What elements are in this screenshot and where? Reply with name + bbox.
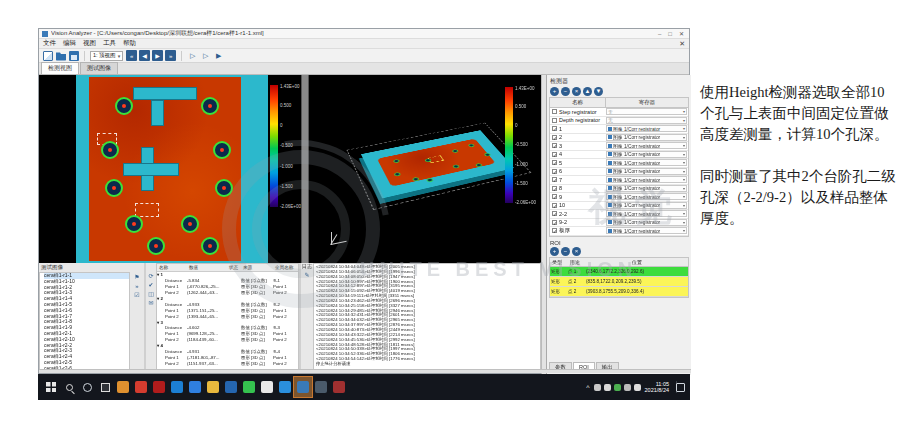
detector-row[interactable]: ✓2-2图像 1/Corr registrator▾ (550, 210, 688, 219)
save-button[interactable] (69, 51, 79, 61)
detector-checkbox[interactable] (552, 118, 557, 123)
registrator-dropdown[interactable]: 图像 1/Corr registrator▾ (606, 210, 687, 217)
tray-green-status-icon[interactable] (614, 384, 621, 391)
detector-checkbox[interactable]: ✓ (552, 160, 557, 165)
app-wechat[interactable] (240, 377, 258, 397)
registrator-dropdown[interactable]: 图像 1/Corr registrator▾ (606, 142, 687, 149)
app-remote-desktop[interactable] (312, 377, 330, 397)
file-toolbar-icon-2[interactable]: ☑ (134, 292, 139, 298)
detector-row[interactable]: ✓6图像 1/Corr registrator▾ (550, 168, 688, 177)
app-qq[interactable] (258, 377, 276, 397)
tab-测试图像[interactable]: 测试图像 (80, 62, 118, 74)
menu-item-编辑[interactable]: 编辑 (63, 39, 76, 48)
roi-row[interactable]: 矩形点 1(2340.6,1772.2,326.0,292.6) (550, 267, 688, 277)
app-pdf-reader[interactable] (150, 377, 168, 397)
registrator-dropdown[interactable]: 图像 1/Corr registrator▾ (606, 176, 687, 183)
app-mail[interactable] (186, 377, 204, 397)
app-browser-blue[interactable] (276, 377, 294, 397)
app-vision-analyzer[interactable] (294, 377, 312, 397)
registrator-dropdown[interactable]: 图像 1/Corr registrator▾ (606, 159, 687, 166)
roi-button-2[interactable]: × (572, 247, 581, 256)
menu-item-工具[interactable]: 工具 (103, 39, 116, 48)
menu-item-帮助[interactable]: 帮助 (123, 39, 136, 48)
detector-row[interactable]: ✓5图像 1/Corr registrator▾ (550, 159, 688, 168)
app-file-explorer[interactable] (204, 377, 222, 397)
menu-item-视图[interactable]: 视图 (83, 39, 96, 48)
detector-button-0[interactable]: + (550, 87, 559, 96)
measure-toolbar-icon-1[interactable]: ✔ (148, 282, 153, 288)
clear-log-icon[interactable]: ✎ (304, 271, 309, 278)
nav-button-1[interactable]: ◀ (139, 50, 150, 61)
view-splitter[interactable] (301, 75, 309, 263)
detector-checkbox[interactable]: ✓ (552, 152, 557, 157)
tray-ime-icon[interactable] (594, 384, 601, 391)
nav-button-0[interactable]: « (126, 50, 137, 61)
maximize-button[interactable]: □ (666, 31, 674, 37)
detector-checkbox[interactable]: ✓ (552, 143, 557, 148)
document-close-icon[interactable]: ✕ (679, 40, 685, 48)
detector-row[interactable]: ✓7图像 1/Corr registrator▾ (550, 176, 688, 185)
detector-checkbox[interactable]: ✓ (552, 169, 557, 174)
cortana-button[interactable] (78, 377, 96, 397)
close-button[interactable]: ✕ (677, 30, 686, 37)
detector-button-4[interactable]: ▼ (594, 87, 603, 96)
detector-row[interactable]: ✓9图像 1/Corr registrator▾ (550, 193, 688, 202)
file-toolbar-icon-1[interactable]: » (135, 283, 138, 289)
roi-row[interactable]: 矩形点 2(835.8,1722.0,209.2,239.5) (550, 277, 688, 287)
registrator-dropdown[interactable]: 图像 1/Corr registrator▾ (606, 202, 687, 209)
roi-selection-box[interactable] (135, 203, 159, 217)
detector-checkbox[interactable]: ✓ (552, 135, 557, 140)
detector-row[interactable]: Depth registrator无▾ (550, 117, 688, 126)
detector-button-1[interactable]: − (561, 87, 570, 96)
nav-button-2[interactable]: ▶ (152, 50, 163, 61)
tab-检测视图[interactable]: 检测视图 (41, 62, 79, 74)
detector-row[interactable]: ✓9-2图像 1/Corr registrator▾ (550, 219, 688, 228)
registrator-dropdown[interactable]: 图像 1/Corr registrator▾ (606, 185, 687, 192)
tray-network-icon[interactable] (624, 384, 631, 391)
search-button[interactable] (60, 377, 78, 397)
heightmap-2d-view[interactable]: 1.43E+000.5000-0.500-1.000-1.500-2.06E+0… (39, 75, 301, 263)
run-button-0[interactable]: ▷ (187, 50, 198, 61)
detector-checkbox[interactable]: ✓ (552, 194, 557, 199)
registrator-dropdown[interactable]: 图像 1/Corr registrator▾ (606, 151, 687, 158)
open-file-button[interactable] (56, 51, 66, 61)
registrator-dropdown[interactable]: 图像 1/Corr registrator▾ (606, 227, 687, 234)
title-bar[interactable]: Vision Analyzer - [C:/Users/congan/Deskt… (39, 29, 689, 39)
registrator-dropdown[interactable]: 图像 1/Corr registrator▾ (606, 134, 687, 141)
app-sogou-input[interactable] (132, 377, 150, 397)
detector-checkbox[interactable]: ✓ (552, 177, 557, 182)
registrator-dropdown[interactable]: 无▾ (606, 108, 687, 115)
detector-button-2[interactable]: × (572, 87, 581, 96)
tray-cloud-icon[interactable] (604, 384, 611, 391)
registrator-dropdown[interactable]: 图像 1/Corr registrator▾ (606, 219, 687, 226)
roi-row[interactable]: 矩形点 2(3903.8,1755.5,209.0,336.4) (550, 287, 688, 297)
detector-checkbox[interactable]: ✓ (552, 186, 557, 191)
detector-row[interactable]: Step registrator无▾ (550, 108, 688, 117)
run-button-2[interactable]: ▶ (213, 50, 224, 61)
detector-row[interactable]: ✓3图像 1/Corr registrator▾ (550, 142, 688, 151)
taskbar-clock[interactable]: 11:05 2021/8/24 (645, 381, 669, 394)
detector-checkbox[interactable] (552, 109, 557, 114)
detector-row[interactable]: ✓4图像 1/Corr registrator▾ (550, 151, 688, 160)
measure-toolbar-icon-0[interactable]: ⟳ (148, 273, 153, 279)
detector-checkbox[interactable]: ✓ (552, 203, 557, 208)
detector-row[interactable]: ✓板厚图像 1/Corr registrator▾ (550, 227, 688, 236)
registrator-dropdown[interactable]: 图像 1/Corr registrator▾ (606, 125, 687, 132)
roi-button-0[interactable]: + (550, 247, 559, 256)
measure-toolbar-icon-3[interactable]: ✉ (148, 300, 153, 306)
registrator-dropdown[interactable]: 图像 1/Corr registrator▾ (606, 168, 687, 175)
app-edge[interactable] (168, 377, 186, 397)
run-button-1[interactable]: ▷ (200, 50, 211, 61)
scene-3d-view[interactable]: 1.43E+000.5000-0.500-1.000-1.500-2.06E+0… (309, 75, 546, 263)
detector-checkbox[interactable]: ✓ (552, 126, 557, 131)
minimize-button[interactable]: – (656, 31, 663, 37)
detector-row[interactable]: ✓2图像 1/Corr registrator▾ (550, 134, 688, 143)
task-view-button[interactable] (96, 377, 114, 397)
measure-toolbar-icon-2[interactable]: ◫ (148, 291, 154, 297)
start-button[interactable] (42, 377, 60, 397)
notification-center-icon[interactable] (676, 381, 686, 393)
view-selector-dropdown[interactable]: 1: 顶视图 ▾ (90, 51, 123, 61)
detector-checkbox[interactable]: ✓ (552, 220, 557, 225)
app-browser-orange[interactable] (114, 377, 132, 397)
new-file-button[interactable] (43, 51, 53, 61)
